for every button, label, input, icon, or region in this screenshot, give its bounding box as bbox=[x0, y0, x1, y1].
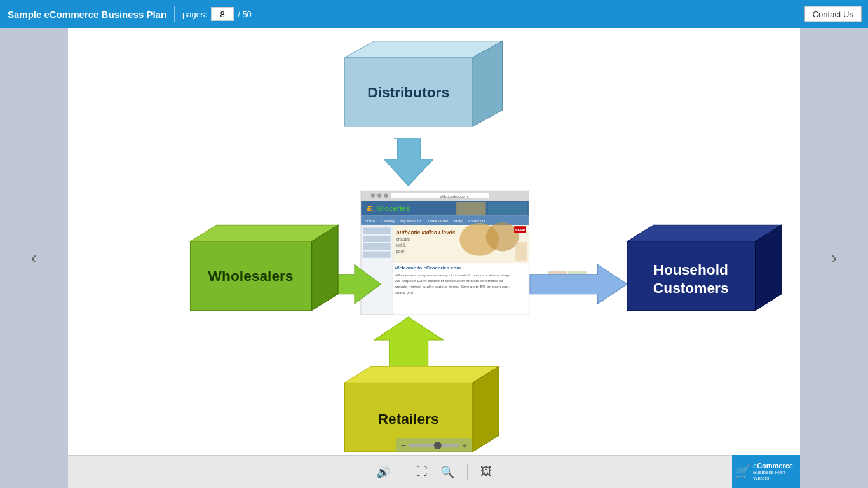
pages-label: pages: bbox=[182, 10, 207, 19]
svg-text:Track Order: Track Order bbox=[428, 219, 449, 223]
header-divider bbox=[174, 6, 175, 22]
pages-total: / 50 bbox=[238, 10, 252, 19]
page-number-input[interactable] bbox=[211, 7, 234, 21]
svg-text:eGroceries.com gives us array : eGroceries.com gives us array of househo… bbox=[395, 273, 511, 277]
svg-text:Household: Household bbox=[653, 261, 728, 278]
svg-text:roti &: roti & bbox=[396, 243, 406, 247]
svg-text:Groceries: Groceries bbox=[376, 205, 410, 212]
zoom-minus-button[interactable]: − bbox=[401, 440, 406, 451]
svg-marker-54 bbox=[627, 225, 782, 241]
left-sidebar: ‹ bbox=[0, 28, 68, 488]
svg-text:Customers: Customers bbox=[653, 280, 729, 296]
svg-text:provide highest quality variou: provide highest quality various items. S… bbox=[395, 284, 510, 288]
main-layout: ‹ Distributors bbox=[0, 28, 868, 488]
next-page-button[interactable]: › bbox=[831, 248, 837, 268]
zoom-plus-button[interactable]: + bbox=[462, 440, 467, 451]
svg-rect-6 bbox=[371, 194, 375, 198]
svg-text:Contact Us: Contact Us bbox=[466, 219, 485, 223]
app-title: Sample eCommerce Business Plan bbox=[8, 9, 166, 20]
header: Sample eCommerce Business Plan pages: / … bbox=[0, 0, 868, 28]
prev-page-button[interactable]: ‹ bbox=[31, 248, 37, 268]
svg-rect-25 bbox=[363, 236, 390, 242]
svg-point-35 bbox=[486, 222, 519, 251]
svg-text:We propose 100% customer satis: We propose 100% customer satisfaction an… bbox=[395, 278, 503, 283]
diagram-area: Distributors eGroceries.com E. Grocer bbox=[68, 28, 800, 455]
fullscreen-button[interactable]: ⛶ bbox=[416, 465, 428, 478]
svg-marker-3 bbox=[384, 139, 433, 186]
svg-text:Catalog: Catalog bbox=[381, 219, 395, 223]
zoom-out-button[interactable]: 🔍 bbox=[440, 465, 454, 479]
svg-text:Thank you.: Thank you. bbox=[395, 290, 414, 295]
svg-text:chapati,: chapati, bbox=[396, 237, 411, 242]
svg-rect-27 bbox=[363, 252, 390, 258]
svg-rect-26 bbox=[363, 243, 390, 250]
page-content: Distributors eGroceries.com E. Grocer bbox=[68, 28, 800, 488]
svg-text:Wholesalers: Wholesalers bbox=[208, 268, 294, 284]
zoom-out-icon: 🔍 bbox=[440, 465, 454, 479]
svg-rect-7 bbox=[377, 194, 381, 198]
zoom-slider[interactable]: − + bbox=[396, 438, 472, 452]
gallery-button[interactable]: 🖼 bbox=[480, 465, 492, 478]
toolbar-divider-2 bbox=[467, 464, 468, 480]
zoom-thumb bbox=[434, 442, 442, 449]
svg-rect-38 bbox=[515, 242, 527, 261]
right-sidebar: › bbox=[800, 28, 868, 488]
footer-brand: 🛒 eCommerce Business Plan Writers bbox=[732, 455, 800, 488]
svg-marker-47 bbox=[530, 264, 627, 304]
diagram-svg: Distributors eGroceries.com E. Grocer bbox=[68, 28, 800, 455]
svg-text:Home: Home bbox=[364, 219, 375, 223]
svg-text:Welcome to eGroceries.com: Welcome to eGroceries.com bbox=[395, 265, 461, 271]
svg-text:poori: poori bbox=[396, 249, 405, 254]
bottom-toolbar: 🔊 ⛶ 🔍 🖼 🛒 eCommerce Business Plan Writer bbox=[68, 455, 800, 488]
svg-rect-15 bbox=[488, 202, 527, 215]
sound-button[interactable]: 🔊 bbox=[376, 465, 390, 479]
distributors-label: Distributors bbox=[367, 84, 449, 100]
contact-button[interactable]: Contact Us bbox=[804, 6, 862, 22]
svg-text:E.: E. bbox=[367, 205, 374, 212]
svg-text:Help: Help bbox=[454, 219, 463, 223]
toolbar-divider bbox=[403, 464, 403, 480]
svg-rect-8 bbox=[384, 194, 388, 198]
gallery-icon: 🖼 bbox=[480, 465, 492, 478]
sound-icon: 🔊 bbox=[376, 465, 390, 479]
svg-rect-14 bbox=[456, 202, 486, 215]
svg-text:eGroceries.com: eGroceries.com bbox=[440, 194, 468, 198]
svg-text:My Account: My Account bbox=[400, 219, 421, 223]
svg-text:NEW!: NEW! bbox=[515, 227, 526, 232]
svg-text:Retailers: Retailers bbox=[378, 410, 439, 427]
zoom-track bbox=[409, 444, 459, 447]
fullscreen-icon: ⛶ bbox=[416, 465, 428, 478]
svg-text:Authentic Indian Flavds: Authentic Indian Flavds bbox=[395, 230, 456, 236]
svg-marker-59 bbox=[344, 366, 499, 383]
svg-rect-24 bbox=[363, 227, 390, 234]
